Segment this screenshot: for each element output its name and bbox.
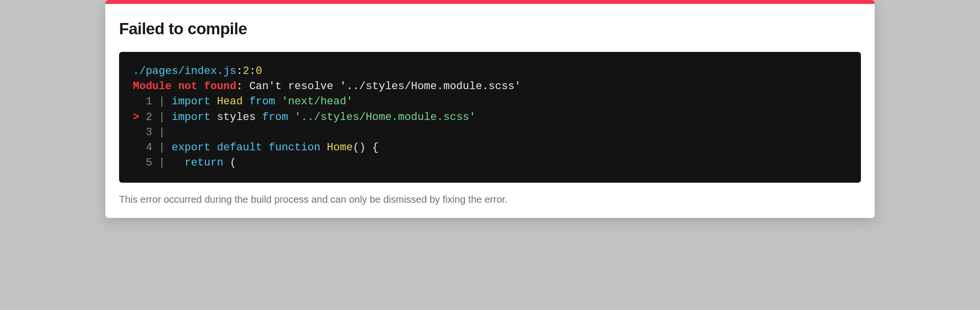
code-tail: (	[223, 157, 236, 169]
keyword-default: default	[217, 142, 262, 154]
identifier: styles	[217, 111, 256, 123]
error-col-num: 0	[256, 65, 262, 77]
keyword-from: from	[249, 95, 275, 108]
dialog-content: Failed to compile ./pages/index.js:2:0 M…	[105, 4, 875, 218]
keyword-export: export	[172, 142, 210, 154]
identifier: Head	[217, 95, 243, 108]
code-tail: () {	[353, 142, 379, 154]
line-gutter: 1 |	[133, 95, 172, 108]
error-caret: >	[133, 111, 139, 123]
error-footer-note: This error occurred during the build pro…	[119, 192, 861, 206]
keyword-from: from	[262, 111, 288, 123]
keyword-import: import	[172, 111, 210, 123]
separator: :	[236, 65, 243, 77]
string-literal: '../styles/Home.module.scss'	[294, 111, 476, 123]
error-line-num: 2	[243, 65, 249, 77]
error-title: Failed to compile	[119, 20, 861, 38]
keyword-return: return	[185, 157, 223, 169]
line-gutter: 5 |	[133, 157, 185, 169]
code-block: ./pages/index.js:2:0 Module not found: C…	[119, 52, 861, 183]
keyword-import: import	[172, 95, 210, 108]
string-literal: 'next/head'	[282, 95, 353, 108]
separator: :	[249, 65, 256, 77]
error-dialog: Failed to compile ./pages/index.js:2:0 M…	[105, 0, 875, 218]
error-message: : Can't resolve '../styles/Home.module.s…	[236, 80, 521, 93]
identifier: Home	[327, 142, 353, 154]
line-gutter: 3 |	[133, 126, 172, 139]
keyword-function: function	[269, 142, 320, 154]
line-gutter: 4 |	[133, 142, 172, 154]
error-accent-bar	[105, 0, 875, 4]
file-path: ./pages/index.js	[133, 65, 236, 77]
line-gutter: 2 |	[139, 111, 172, 123]
error-type-label: Module not found	[133, 80, 236, 93]
